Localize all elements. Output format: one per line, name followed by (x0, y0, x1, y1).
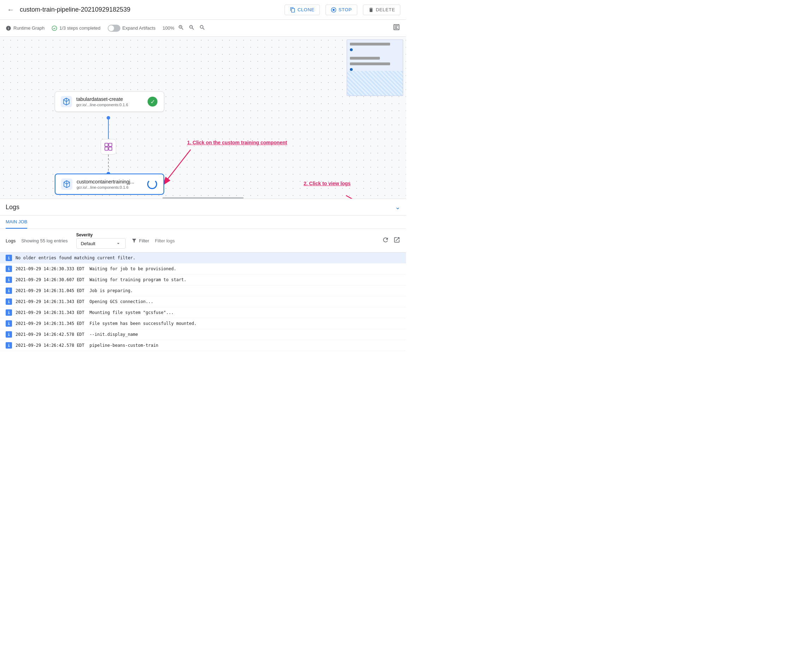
open-external-icon (393, 236, 400, 244)
log-text: 2021-09-29 14:26:42.578 EDT --init.displ… (15, 332, 138, 337)
minimap-highlight (347, 71, 403, 96)
logs-tabs: MAIN JOB (0, 216, 406, 229)
node1-icon (61, 96, 72, 107)
logs-section: Logs ⌄ MAIN JOB Logs Showing 55 log entr… (0, 199, 406, 351)
delete-button[interactable]: DELETE (363, 5, 400, 15)
svg-rect-18 (109, 147, 112, 150)
runtime-graph-item[interactable]: Runtime Graph (6, 25, 44, 31)
log-icon: i (6, 309, 12, 316)
toolbar-right (392, 23, 400, 33)
zoom-reset-button[interactable] (198, 24, 206, 33)
logs-count: Showing 55 log entries (21, 238, 68, 244)
log-icon: i (6, 266, 12, 272)
svg-point-2 (52, 26, 56, 30)
minimap-dot-1 (350, 48, 353, 51)
delete-label: DELETE (376, 7, 395, 12)
log-text: No older entries found matching current … (15, 256, 136, 260)
stop-label: STOP (339, 7, 352, 12)
log-entry: i2021-09-29 14:26:31.045 EDT Job is prep… (0, 285, 406, 296)
steps-item: 1/3 steps completed (52, 25, 100, 31)
logs-header: Logs ⌄ (0, 199, 406, 216)
logs-body: iNo older entries found matching current… (0, 253, 406, 351)
open-external-button[interactable] (393, 236, 400, 245)
severity-group: Severity Default (76, 233, 126, 249)
zoom-out-button[interactable] (188, 24, 195, 33)
node1-title: tabulardataset-create (76, 96, 143, 102)
node2-subtitle: gcr.io/...line-components:0.1.6 (76, 185, 142, 189)
stop-button[interactable]: STOP (325, 5, 357, 15)
filter-input[interactable] (155, 238, 376, 244)
toolbar: Runtime Graph 1/3 steps completed Expand… (0, 20, 406, 37)
logs-title: Logs (6, 204, 20, 211)
zoom-level: 100% (162, 25, 174, 31)
success-icon: ✓ (148, 97, 157, 107)
zoom-in-icon (178, 24, 184, 31)
severity-value: Default (81, 241, 95, 246)
stop-icon (331, 7, 336, 13)
clone-icon (290, 7, 296, 13)
annotation-2: 2. Click to view logs (304, 181, 351, 186)
log-icon: i (6, 342, 12, 349)
back-button[interactable]: ← (6, 4, 15, 15)
logs-controls: Logs Showing 55 log entries Severity Def… (0, 229, 406, 253)
expand-artifacts-label: Expand Artifacts (122, 25, 156, 31)
node2-info: customcontainertrainingj... gcr.io/...li… (76, 179, 142, 189)
intermediate-node[interactable] (101, 139, 116, 155)
node1-info: tabulardataset-create gcr.io/...line-com… (76, 96, 143, 107)
expand-artifacts-item[interactable]: Expand Artifacts (108, 25, 156, 32)
clone-label: CLONE (298, 7, 314, 12)
zoom-in-button[interactable] (177, 24, 185, 33)
node1-status: ✓ (147, 96, 158, 107)
minimap-button[interactable] (392, 23, 400, 33)
steps-label: 1/3 steps completed (59, 25, 100, 31)
node1-subtitle: gcr.io/...line-components:0.1.6 (76, 103, 143, 107)
header: ← custom-train-pipeline-20210929182539 C… (0, 0, 406, 20)
log-entry: i2021-09-29 14:26:31.345 EDT File system… (0, 318, 406, 329)
svg-rect-1 (333, 9, 334, 11)
log-text: 2021-09-29 14:26:31.343 EDT Mounting fil… (15, 310, 174, 315)
minimap-icon (392, 23, 400, 31)
pipeline-canvas[interactable]: tabulardataset-create gcr.io/...line-com… (0, 37, 406, 199)
node-customcontainertraining[interactable]: customcontainertrainingj... gcr.io/...li… (55, 174, 164, 195)
log-entry: i2021-09-29 14:26:42.578 EDT --init.disp… (0, 329, 406, 340)
minimap-bar-1 (350, 43, 390, 46)
node2-title: customcontainertrainingj... (76, 179, 142, 184)
logs-label: Logs (6, 238, 15, 244)
refresh-icon (382, 236, 389, 244)
annotation-2-text: 2. Click to view logs (304, 181, 351, 186)
log-icon: i (6, 277, 12, 283)
minimap-dot-2 (350, 68, 353, 71)
filter-icon (131, 238, 137, 244)
grid-icon (104, 143, 113, 151)
svg-rect-4 (395, 27, 397, 27)
node2-icon (61, 178, 72, 190)
log-icon: i (6, 288, 12, 294)
logs-actions (382, 236, 400, 245)
log-entry: i2021-09-29 14:26:31.343 EDT Mounting fi… (0, 307, 406, 318)
log-entry: iNo older entries found matching current… (0, 253, 406, 263)
refresh-button[interactable] (382, 236, 389, 245)
filter-button[interactable]: Filter (131, 238, 150, 244)
runtime-graph-label: Runtime Graph (14, 25, 44, 31)
delete-icon (368, 7, 374, 13)
minimap-bar-3 (350, 62, 390, 65)
annotation-1: 1. Click on the custom training componen… (187, 140, 287, 145)
resize-handle[interactable] (162, 197, 244, 199)
log-text: 2021-09-29 14:26:30.607 EDT Waiting for … (15, 277, 186, 282)
svg-point-7 (107, 116, 110, 120)
log-text: 2021-09-29 14:26:30.333 EDT Waiting for … (15, 266, 176, 271)
svg-rect-3 (395, 25, 398, 26)
log-icon: i (6, 320, 12, 327)
severity-select[interactable]: Default (76, 238, 126, 249)
svg-line-13 (346, 195, 403, 199)
expand-artifacts-toggle[interactable] (108, 25, 121, 32)
zoom-controls: 100% (162, 24, 206, 33)
logs-collapse-button[interactable]: ⌄ (395, 203, 400, 211)
page-title: custom-train-pipeline-20210929182539 (20, 6, 285, 14)
log-icon: i (6, 331, 12, 338)
clone-button[interactable]: CLONE (285, 5, 320, 15)
log-icon: i (6, 298, 12, 305)
node-tabulardataset-create[interactable]: tabulardataset-create gcr.io/...line-com… (55, 91, 164, 112)
tab-main-job[interactable]: MAIN JOB (6, 216, 27, 228)
minimap[interactable] (347, 40, 403, 96)
